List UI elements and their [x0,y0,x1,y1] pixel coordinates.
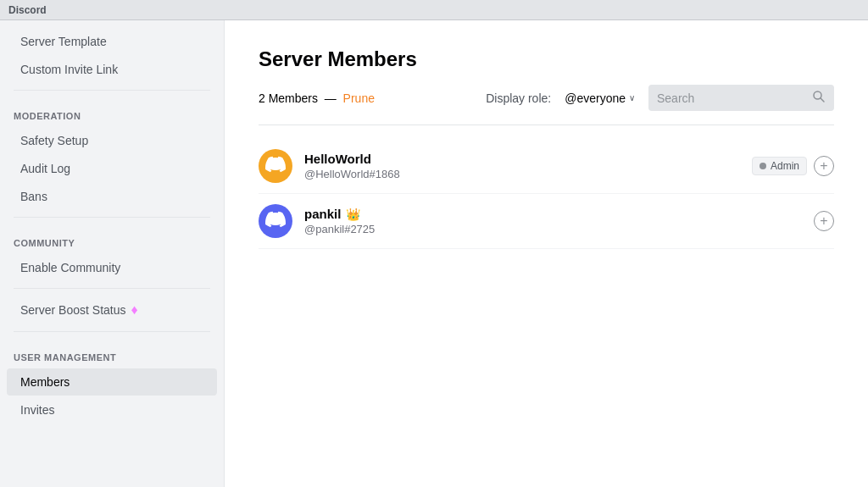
display-role-label: Display role: [486,91,551,105]
svg-line-3 [821,98,824,102]
sidebar-item-members[interactable]: Members [7,368,217,396]
discord-avatar-icon [265,209,286,234]
sidebar-item-server-boost-status[interactable]: Server Boost Status ♦ [7,296,217,324]
sidebar-divider-1 [14,90,210,91]
sidebar-item-label: Server Template [20,35,107,48]
sidebar-item-invites[interactable]: Invites [7,396,217,423]
role-dot [760,163,766,169]
role-label: Admin [771,160,799,172]
sidebar-item-label: Bans [20,190,47,203]
sidebar-item-label: Safety Setup [20,134,88,147]
member-info: pankil 👑 @pankil#2725 [304,207,814,235]
sidebar-section-moderation: MODERATION [0,97,224,126]
sidebar-item-custom-invite-link[interactable]: Custom Invite Link [7,56,217,83]
search-input[interactable] [657,91,805,105]
role-dropdown[interactable]: @everyone ∨ [565,91,635,105]
sidebar-item-label: Invites [20,403,54,417]
table-row: pankil 👑 @pankil#2725 + [259,194,834,249]
sidebar-item-bans[interactable]: Bans [7,183,217,210]
avatar [259,149,292,183]
avatar [259,204,292,238]
discord-avatar-icon [265,154,286,179]
member-info: HelloWorld @HelloWorld#1868 [304,152,752,180]
sidebar-divider-3 [14,288,210,289]
main-content: Server Members 2 Members — Prune Display… [225,20,868,487]
members-meta: 2 Members — Prune Display role: @everyon… [259,85,834,111]
sidebar-item-audit-log[interactable]: Audit Log [7,155,217,182]
search-box[interactable] [648,85,834,111]
search-icon [812,90,826,106]
role-badge-admin: Admin [752,157,807,175]
arrow-annotation [217,367,225,397]
sidebar-section-community: COMMUNITY [0,224,224,253]
sidebar-divider-2 [14,217,210,218]
member-tag: @HelloWorld#1868 [304,168,752,180]
member-tag: @pankil#2725 [304,223,814,235]
member-roles: + [814,211,834,231]
chevron-down-icon: ∨ [629,93,635,102]
members-divider [259,125,834,125]
prune-link[interactable]: Prune [343,91,375,105]
sidebar-item-label: Custom Invite Link [20,63,118,76]
member-name: HelloWorld [304,152,752,166]
sidebar: Server Template Custom Invite Link MODER… [0,20,225,487]
sidebar-item-enable-community[interactable]: Enable Community [7,254,217,281]
app-title: Discord [8,4,47,16]
sidebar-item-label: Members [20,375,70,389]
member-name: pankil 👑 [304,207,814,221]
add-role-button[interactable]: + [814,156,834,176]
members-controls: Display role: @everyone ∨ [486,85,834,111]
sidebar-item-label: Enable Community [20,261,120,274]
sidebar-section-user-management: USER MANAGEMENT [0,339,224,368]
add-role-button[interactable]: + [814,211,834,231]
sidebar-item-safety-setup[interactable]: Safety Setup [7,127,217,154]
table-row: HelloWorld @HelloWorld#1868 Admin + [259,139,834,194]
member-count: 2 Members — Prune [259,91,375,105]
sidebar-item-label: Server Boost Status [20,303,126,317]
crown-icon: 👑 [346,208,360,221]
boost-icon: ♦ [131,302,138,318]
page-title: Server Members [259,47,834,71]
member-roles: Admin + [752,156,834,176]
sidebar-item-server-template[interactable]: Server Template [7,28,217,55]
sidebar-divider-4 [14,331,210,332]
sidebar-item-label: Audit Log [20,162,70,175]
